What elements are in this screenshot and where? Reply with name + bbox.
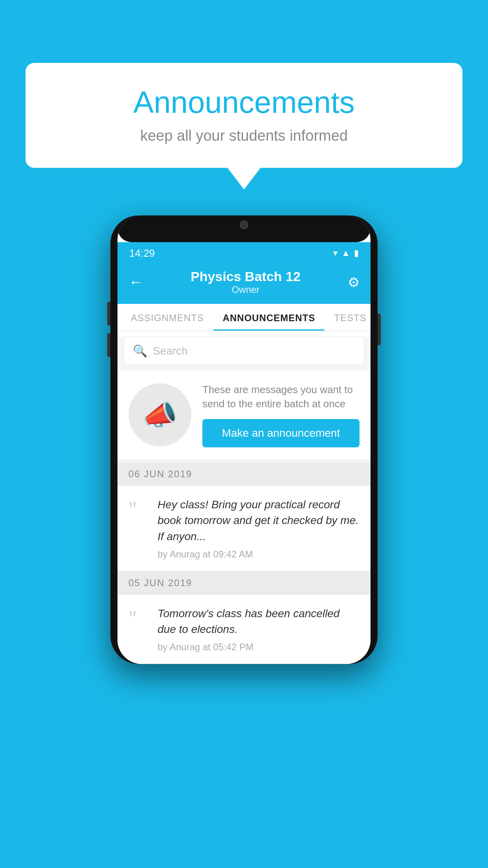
- status-icons: ▾ ▲ ▮: [333, 248, 359, 258]
- announcement-content-2: Tomorrow's class has been cancelled due …: [158, 606, 360, 653]
- quote-icon-1: ": [128, 499, 149, 520]
- date-divider-1: 06 JUN 2019: [117, 462, 371, 486]
- megaphone-icon: 📣: [142, 398, 178, 432]
- battery-icon: ▮: [354, 248, 359, 258]
- content-area: 🔍 Search 📣 These are messages you want t…: [117, 337, 371, 664]
- header-title: Physics Batch 12: [191, 269, 301, 284]
- wifi-icon: ▾: [333, 248, 338, 258]
- phone-notch: [216, 215, 272, 234]
- volume-down-button: [107, 333, 110, 357]
- speech-bubble-container: Announcements keep all your students inf…: [26, 63, 462, 189]
- announcement-item-1: " Hey class! Bring your practical record…: [117, 486, 371, 571]
- search-placeholder: Search: [153, 345, 188, 357]
- phone-wrapper: 14:29 ▾ ▲ ▮ ← Physics Batch 12 Owner ⚙: [110, 208, 378, 671]
- announcement-text-1: Hey class! Bring your practical record b…: [158, 497, 360, 545]
- power-button: [378, 314, 381, 345]
- announce-right: These are messages you want to send to t…: [202, 383, 360, 447]
- volume-up-button: [107, 302, 110, 326]
- status-time: 14:29: [129, 247, 155, 259]
- speech-bubble-subtitle: keep all your students informed: [49, 127, 439, 144]
- quote-icon-2: ": [128, 608, 149, 629]
- announcement-text-2: Tomorrow's class has been cancelled due …: [158, 606, 360, 638]
- speech-bubble-arrow: [227, 168, 261, 189]
- announcement-content-1: Hey class! Bring your practical record b…: [158, 497, 360, 560]
- status-bar: 14:29 ▾ ▲ ▮: [117, 242, 371, 263]
- make-announcement-button[interactable]: Make an announcement: [202, 419, 360, 447]
- speech-bubble: Announcements keep all your students inf…: [26, 63, 462, 168]
- announcement-prompt: 📣 These are messages you want to send to…: [117, 371, 371, 459]
- back-button[interactable]: ←: [128, 274, 143, 291]
- phone-frame: 14:29 ▾ ▲ ▮ ← Physics Batch 12 Owner ⚙: [110, 215, 378, 664]
- tabs-bar: ASSIGNMENTS ANNOUNCEMENTS TESTS ›: [117, 304, 371, 331]
- signal-icon: ▲: [341, 248, 350, 258]
- search-bar[interactable]: 🔍 Search: [124, 337, 364, 365]
- gear-icon[interactable]: ⚙: [348, 274, 360, 290]
- app-header: ← Physics Batch 12 Owner ⚙: [117, 263, 371, 304]
- header-center: Physics Batch 12 Owner: [191, 269, 301, 295]
- announcement-meta-2: by Anurag at 05:42 PM: [158, 642, 360, 653]
- announce-description: These are messages you want to send to t…: [202, 383, 360, 411]
- notch-area: [117, 215, 371, 242]
- search-icon: 🔍: [133, 344, 147, 358]
- header-subtitle: Owner: [191, 284, 301, 295]
- tab-announcements[interactable]: ANNOUNCEMENTS: [213, 304, 325, 331]
- phone-screen: 14:29 ▾ ▲ ▮ ← Physics Batch 12 Owner ⚙: [117, 215, 371, 664]
- speech-bubble-title: Announcements: [49, 85, 439, 120]
- camera-dot: [240, 221, 248, 229]
- announcement-icon-circle: 📣: [128, 383, 191, 446]
- announcement-meta-1: by Anurag at 09:42 AM: [158, 549, 360, 560]
- tab-tests[interactable]: TESTS: [325, 304, 371, 331]
- announcement-item-2: " Tomorrow's class has been cancelled du…: [117, 595, 371, 664]
- tab-assignments[interactable]: ASSIGNMENTS: [121, 304, 213, 331]
- date-divider-2: 05 JUN 2019: [117, 571, 371, 595]
